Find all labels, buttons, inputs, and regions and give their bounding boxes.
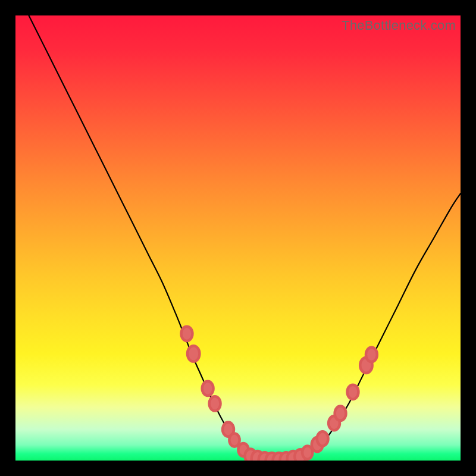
- curve-marker: [181, 327, 193, 341]
- curve-marker: [202, 381, 214, 396]
- curve-marker: [209, 396, 221, 411]
- curve-marker: [317, 431, 328, 446]
- chart-svg: [15, 15, 461, 461]
- curve-marker: [229, 433, 239, 446]
- bottleneck-curve: [29, 15, 461, 461]
- curve-marker: [347, 385, 359, 399]
- chart-frame: TheBottleneck.com: [0, 0, 476, 476]
- curve-marker: [187, 346, 199, 361]
- plot-area: TheBottleneck.com: [15, 15, 461, 461]
- curve-marker: [335, 406, 346, 421]
- marker-group: [181, 327, 377, 461]
- curve-marker: [366, 347, 377, 362]
